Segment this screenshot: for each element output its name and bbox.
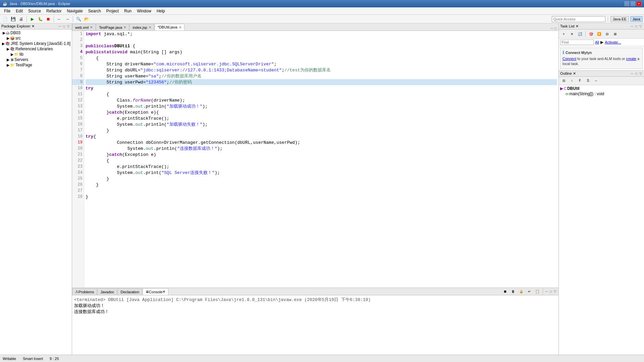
tab-dbutil[interactable]: *DBUtil.java ✕: [155, 24, 184, 31]
tab-testpage-close[interactable]: ✕: [123, 25, 126, 29]
tab-declaration[interactable]: Declaration: [117, 288, 142, 295]
task-all-link[interactable]: All: [595, 40, 599, 44]
outline-maximize[interactable]: □: [635, 71, 638, 76]
outline-hide-static-btn[interactable]: S: [584, 77, 592, 84]
menu-help[interactable]: Help: [154, 8, 168, 14]
forward-button[interactable]: →: [64, 15, 71, 23]
outline-view-menu[interactable]: ▽: [639, 71, 643, 76]
outline-hide-fields-btn[interactable]: F: [576, 77, 584, 84]
ln16: 16: [78, 122, 83, 127]
outline-minimize[interactable]: ─: [630, 71, 634, 76]
console-stop-btn[interactable]: ⏹: [501, 288, 509, 295]
pe-item-servers[interactable]: ▶ 🖥 Servers: [0, 57, 72, 62]
task-list-view-menu[interactable]: ▽: [639, 24, 643, 28]
tab-indexjsp-close[interactable]: ✕: [149, 25, 151, 29]
tab-indexjsp[interactable]: index.jsp ✕: [129, 24, 154, 31]
tab-webxml[interactable]: web.xml ✕: [72, 24, 96, 31]
pe-controls: ─ □ ▽: [58, 24, 70, 28]
outline-collapse-btn[interactable]: ⊟: [560, 77, 568, 84]
console-maximize[interactable]: □: [549, 289, 552, 294]
ln7: 7: [80, 68, 83, 72]
focus-task-btn[interactable]: 🎯: [587, 30, 595, 38]
mylyn-create-link[interactable]: create: [626, 57, 637, 61]
editor-maximize[interactable]: □: [554, 26, 557, 31]
java-ee-perspective[interactable]: Java EE: [610, 16, 629, 22]
editor-minimize[interactable]: ─: [550, 26, 554, 31]
menu-file[interactable]: File: [1, 8, 13, 14]
menu-search[interactable]: Search: [86, 8, 104, 14]
expand-all-btn[interactable]: ⊞: [611, 30, 619, 38]
pe-item-testpage[interactable]: ▶ 📁 TestPage: [0, 62, 72, 68]
status-writable: Writable: [3, 357, 16, 361]
tab-console[interactable]: 🖥 Console ✕: [143, 288, 168, 295]
outline-sync-btn[interactable]: ↔: [592, 77, 600, 84]
collapse-all-btn[interactable]: ⊟: [603, 30, 611, 38]
new-button[interactable]: 📄: [1, 15, 9, 23]
outline-item-dbutil[interactable]: ▶ C DBUtil: [560, 86, 643, 91]
open-type-button[interactable]: 🔍: [75, 15, 82, 23]
pe-minimize[interactable]: ─: [58, 24, 62, 28]
tab-dbutil-label: *DBUtil.java: [158, 25, 177, 29]
maximize-button[interactable]: □: [631, 1, 635, 6]
minimize-button[interactable]: ─: [625, 1, 629, 6]
print-button[interactable]: 🖨: [17, 15, 25, 23]
pe-item-db03[interactable]: ▶ 🗂 DB03: [0, 30, 72, 36]
outline-item-main[interactable]: m main(String[]) : void: [560, 91, 643, 97]
open-resource-button[interactable]: 📂: [83, 15, 90, 23]
mylyn-connect-link[interactable]: Connect: [562, 57, 576, 61]
menu-navigate[interactable]: Navigate: [64, 8, 85, 14]
code-line-26: }: [86, 182, 557, 188]
menu-run[interactable]: Run: [121, 8, 134, 14]
pe-view-menu[interactable]: ▽: [66, 24, 70, 28]
code-content[interactable]: import java.sql.*; public class DBUtil {…: [84, 31, 558, 288]
pe-item-reflibrary[interactable]: ▶ 📚 Referenced Libraries: [0, 46, 72, 52]
task-list-minimize[interactable]: ─: [630, 24, 634, 28]
save-button[interactable]: 💾: [9, 15, 17, 23]
ln3: 3: [80, 44, 83, 48]
pe-item-src[interactable]: ▶ 📦 src: [0, 36, 72, 41]
outline-sort-btn[interactable]: ↕: [568, 77, 576, 84]
pe-item-lib[interactable]: ▶ 📁 lib: [0, 52, 72, 57]
menu-source[interactable]: Source: [25, 8, 44, 14]
menu-window[interactable]: Window: [134, 8, 154, 14]
menu-refactor[interactable]: Refactor: [44, 8, 64, 14]
stop-button[interactable]: ⏹: [45, 15, 52, 23]
java-perspective[interactable]: Java: [630, 16, 643, 22]
tab-problems-icon: ⚠: [75, 290, 78, 294]
code-line-24: System.out.print("SQL Server连接失败！");: [86, 170, 557, 176]
task-find-input[interactable]: [560, 40, 594, 45]
new-task-btn[interactable]: +: [560, 30, 568, 38]
menu-project[interactable]: Project: [104, 8, 121, 14]
tab-javadoc[interactable]: Javadoc: [97, 288, 117, 295]
pe-item-jre[interactable]: ▶ 📚 JRE System Library [JavaSE-1.8]: [0, 41, 72, 46]
filter-task-btn[interactable]: 🔽: [595, 30, 603, 38]
quick-access-input[interactable]: [552, 16, 605, 22]
code-line-10: try: [86, 85, 557, 91]
run-button[interactable]: ▶: [29, 15, 36, 23]
ln28: 28: [78, 194, 83, 199]
pe-maximize[interactable]: □: [62, 24, 66, 28]
console-word-wrap-btn[interactable]: ↵: [526, 288, 533, 295]
tab-problems[interactable]: ⚠ Problems: [72, 288, 97, 295]
console-view-menu[interactable]: ▽: [553, 289, 557, 294]
console-minimize[interactable]: ─: [545, 289, 548, 294]
center-layout: web.xml ✕ TestPage.java ✕ index.jsp ✕ *D…: [72, 23, 558, 355]
code-line-17: }: [86, 127, 557, 133]
pe-chevron-reflibrary: ▶: [7, 47, 9, 51]
delete-task-btn[interactable]: ✕: [568, 30, 576, 38]
back-button[interactable]: ←: [56, 15, 63, 23]
close-button[interactable]: ✕: [637, 1, 641, 6]
console-clear-btn[interactable]: 🗑: [509, 288, 517, 295]
menu-edit[interactable]: Edit: [13, 8, 25, 14]
console-open-console-btn[interactable]: 📋: [534, 288, 541, 295]
task-list-maximize[interactable]: □: [635, 24, 638, 28]
tab-testpage[interactable]: TestPage.java ✕: [96, 24, 129, 31]
tab-console-close[interactable]: ✕: [162, 290, 165, 294]
console-scroll-lock-btn[interactable]: 🔒: [518, 288, 525, 295]
tab-webxml-close[interactable]: ✕: [90, 25, 93, 29]
sync-task-btn[interactable]: 🔄: [576, 30, 584, 38]
task-activate-link[interactable]: Activate...: [605, 40, 621, 44]
line-num-20: 20: [72, 145, 84, 152]
debug-button[interactable]: 🐛: [37, 15, 44, 23]
tab-dbutil-close[interactable]: ✕: [179, 25, 181, 29]
